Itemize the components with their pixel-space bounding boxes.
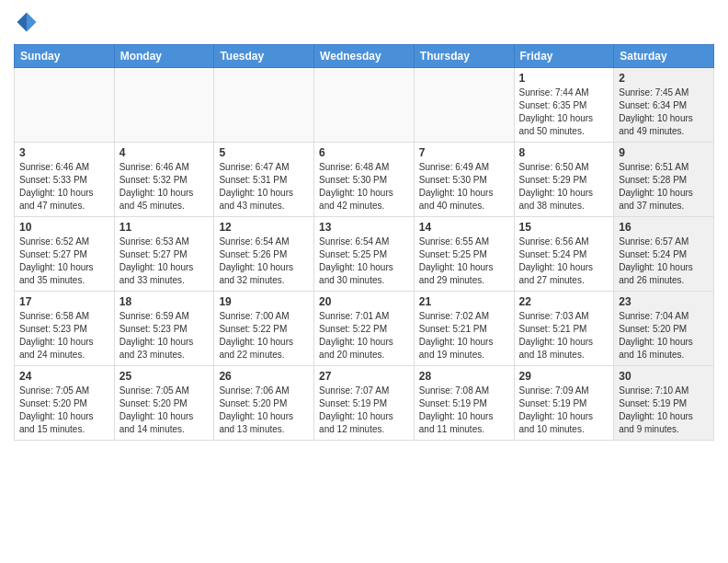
day-info: Sunrise: 7:06 AM Sunset: 5:20 PM Dayligh… bbox=[219, 385, 309, 436]
calendar-cell: 5Sunrise: 6:47 AM Sunset: 5:31 PM Daylig… bbox=[214, 143, 314, 217]
calendar-cell: 16Sunrise: 6:57 AM Sunset: 5:24 PM Dayli… bbox=[614, 217, 714, 292]
calendar-cell: 19Sunrise: 7:00 AM Sunset: 5:22 PM Dayli… bbox=[214, 292, 314, 366]
calendar-header-row: SundayMondayTuesdayWednesdayThursdayFrid… bbox=[15, 45, 714, 68]
day-number: 11 bbox=[119, 221, 210, 234]
day-info: Sunrise: 6:57 AM Sunset: 5:24 PM Dayligh… bbox=[619, 236, 709, 287]
calendar-cell: 25Sunrise: 7:05 AM Sunset: 5:20 PM Dayli… bbox=[114, 366, 214, 441]
header bbox=[14, 9, 714, 35]
calendar-cell: 17Sunrise: 6:58 AM Sunset: 5:23 PM Dayli… bbox=[15, 292, 115, 366]
day-info: Sunrise: 6:56 AM Sunset: 5:24 PM Dayligh… bbox=[519, 236, 609, 287]
day-number: 14 bbox=[419, 221, 509, 234]
day-number: 24 bbox=[19, 370, 109, 383]
calendar-cell: 11Sunrise: 6:53 AM Sunset: 5:27 PM Dayli… bbox=[114, 217, 214, 292]
day-info: Sunrise: 6:54 AM Sunset: 5:25 PM Dayligh… bbox=[319, 236, 409, 287]
day-info: Sunrise: 6:58 AM Sunset: 5:23 PM Dayligh… bbox=[19, 310, 109, 362]
day-info: Sunrise: 7:04 AM Sunset: 5:20 PM Dayligh… bbox=[619, 310, 709, 362]
day-info: Sunrise: 6:48 AM Sunset: 5:30 PM Dayligh… bbox=[319, 161, 409, 213]
day-info: Sunrise: 6:59 AM Sunset: 5:23 PM Dayligh… bbox=[119, 310, 210, 362]
day-info: Sunrise: 7:05 AM Sunset: 5:20 PM Dayligh… bbox=[119, 385, 210, 436]
weekday-header-thursday: Thursday bbox=[414, 45, 514, 68]
calendar-cell: 22Sunrise: 7:03 AM Sunset: 5:21 PM Dayli… bbox=[514, 292, 614, 366]
weekday-header-wednesday: Wednesday bbox=[314, 45, 415, 68]
day-number: 5 bbox=[219, 146, 309, 159]
day-number: 15 bbox=[519, 221, 609, 234]
day-info: Sunrise: 7:03 AM Sunset: 5:21 PM Dayligh… bbox=[519, 310, 609, 362]
calendar-cell: 18Sunrise: 6:59 AM Sunset: 5:23 PM Dayli… bbox=[114, 292, 214, 366]
calendar-cell: 23Sunrise: 7:04 AM Sunset: 5:20 PM Dayli… bbox=[614, 292, 714, 366]
calendar-cell: 8Sunrise: 6:50 AM Sunset: 5:29 PM Daylig… bbox=[514, 143, 614, 217]
weekday-header-sunday: Sunday bbox=[15, 45, 115, 68]
calendar-week-4: 17Sunrise: 6:58 AM Sunset: 5:23 PM Dayli… bbox=[15, 292, 714, 366]
day-number: 16 bbox=[619, 221, 709, 234]
day-info: Sunrise: 7:08 AM Sunset: 5:19 PM Dayligh… bbox=[419, 385, 509, 436]
day-number: 21 bbox=[419, 295, 509, 308]
calendar-week-1: 1Sunrise: 7:44 AM Sunset: 6:35 PM Daylig… bbox=[15, 68, 714, 143]
calendar-cell: 26Sunrise: 7:06 AM Sunset: 5:20 PM Dayli… bbox=[214, 366, 314, 441]
calendar-cell: 3Sunrise: 6:46 AM Sunset: 5:33 PM Daylig… bbox=[15, 143, 115, 217]
calendar-week-3: 10Sunrise: 6:52 AM Sunset: 5:27 PM Dayli… bbox=[15, 217, 714, 292]
calendar-cell bbox=[414, 68, 514, 143]
calendar-cell bbox=[314, 68, 415, 143]
calendar-cell: 27Sunrise: 7:07 AM Sunset: 5:19 PM Dayli… bbox=[314, 366, 415, 441]
day-info: Sunrise: 6:55 AM Sunset: 5:25 PM Dayligh… bbox=[419, 236, 509, 287]
day-info: Sunrise: 7:45 AM Sunset: 6:34 PM Dayligh… bbox=[619, 86, 709, 138]
day-number: 2 bbox=[619, 72, 709, 85]
day-number: 13 bbox=[319, 221, 409, 234]
day-info: Sunrise: 6:54 AM Sunset: 5:26 PM Dayligh… bbox=[219, 236, 309, 287]
day-info: Sunrise: 6:46 AM Sunset: 5:33 PM Dayligh… bbox=[19, 161, 109, 213]
page-container: SundayMondayTuesdayWednesdayThursdayFrid… bbox=[0, 0, 728, 450]
day-info: Sunrise: 6:51 AM Sunset: 5:28 PM Dayligh… bbox=[619, 161, 709, 213]
day-number: 4 bbox=[119, 146, 210, 159]
day-number: 6 bbox=[319, 146, 409, 159]
day-number: 23 bbox=[619, 295, 709, 308]
calendar-cell: 30Sunrise: 7:10 AM Sunset: 5:19 PM Dayli… bbox=[614, 366, 714, 441]
calendar-cell: 21Sunrise: 7:02 AM Sunset: 5:21 PM Dayli… bbox=[414, 292, 514, 366]
weekday-header-saturday: Saturday bbox=[614, 45, 714, 68]
weekday-header-monday: Monday bbox=[114, 45, 214, 68]
day-info: Sunrise: 7:07 AM Sunset: 5:19 PM Dayligh… bbox=[319, 385, 409, 436]
day-info: Sunrise: 6:53 AM Sunset: 5:27 PM Dayligh… bbox=[119, 236, 210, 287]
day-info: Sunrise: 6:49 AM Sunset: 5:30 PM Dayligh… bbox=[419, 161, 509, 213]
calendar-cell: 7Sunrise: 6:49 AM Sunset: 5:30 PM Daylig… bbox=[414, 143, 514, 217]
day-info: Sunrise: 6:50 AM Sunset: 5:29 PM Dayligh… bbox=[519, 161, 609, 213]
calendar-cell: 29Sunrise: 7:09 AM Sunset: 5:19 PM Dayli… bbox=[514, 366, 614, 441]
day-number: 20 bbox=[319, 295, 409, 308]
day-info: Sunrise: 7:09 AM Sunset: 5:19 PM Dayligh… bbox=[519, 385, 609, 436]
day-number: 17 bbox=[19, 295, 109, 308]
day-number: 22 bbox=[519, 295, 609, 308]
day-info: Sunrise: 7:10 AM Sunset: 5:19 PM Dayligh… bbox=[619, 385, 709, 436]
day-number: 18 bbox=[119, 295, 210, 308]
calendar-cell: 4Sunrise: 6:46 AM Sunset: 5:32 PM Daylig… bbox=[114, 143, 214, 217]
svg-marker-1 bbox=[27, 13, 37, 32]
calendar-cell: 28Sunrise: 7:08 AM Sunset: 5:19 PM Dayli… bbox=[414, 366, 514, 441]
day-number: 8 bbox=[519, 146, 609, 159]
calendar-cell: 2Sunrise: 7:45 AM Sunset: 6:34 PM Daylig… bbox=[614, 68, 714, 143]
day-info: Sunrise: 6:47 AM Sunset: 5:31 PM Dayligh… bbox=[219, 161, 309, 213]
day-info: Sunrise: 7:44 AM Sunset: 6:35 PM Dayligh… bbox=[519, 86, 609, 138]
calendar-week-5: 24Sunrise: 7:05 AM Sunset: 5:20 PM Dayli… bbox=[15, 366, 714, 441]
calendar-table: SundayMondayTuesdayWednesdayThursdayFrid… bbox=[14, 44, 714, 441]
day-number: 26 bbox=[219, 370, 309, 383]
day-number: 29 bbox=[519, 370, 609, 383]
calendar-cell: 14Sunrise: 6:55 AM Sunset: 5:25 PM Dayli… bbox=[414, 217, 514, 292]
logo-icon bbox=[14, 9, 40, 35]
day-number: 3 bbox=[19, 146, 109, 159]
calendar-week-2: 3Sunrise: 6:46 AM Sunset: 5:33 PM Daylig… bbox=[15, 143, 714, 217]
weekday-header-friday: Friday bbox=[514, 45, 614, 68]
day-number: 9 bbox=[619, 146, 709, 159]
day-info: Sunrise: 7:02 AM Sunset: 5:21 PM Dayligh… bbox=[419, 310, 509, 362]
calendar-cell: 10Sunrise: 6:52 AM Sunset: 5:27 PM Dayli… bbox=[15, 217, 115, 292]
calendar-cell: 6Sunrise: 6:48 AM Sunset: 5:30 PM Daylig… bbox=[314, 143, 415, 217]
calendar-cell: 13Sunrise: 6:54 AM Sunset: 5:25 PM Dayli… bbox=[314, 217, 415, 292]
calendar-cell bbox=[114, 68, 214, 143]
calendar-cell: 12Sunrise: 6:54 AM Sunset: 5:26 PM Dayli… bbox=[214, 217, 314, 292]
day-number: 7 bbox=[419, 146, 509, 159]
day-number: 30 bbox=[619, 370, 709, 383]
calendar-cell: 20Sunrise: 7:01 AM Sunset: 5:22 PM Dayli… bbox=[314, 292, 415, 366]
calendar-cell bbox=[15, 68, 115, 143]
day-info: Sunrise: 7:05 AM Sunset: 5:20 PM Dayligh… bbox=[19, 385, 109, 436]
weekday-header-tuesday: Tuesday bbox=[214, 45, 314, 68]
day-info: Sunrise: 7:00 AM Sunset: 5:22 PM Dayligh… bbox=[219, 310, 309, 362]
calendar-cell bbox=[214, 68, 314, 143]
calendar-cell: 1Sunrise: 7:44 AM Sunset: 6:35 PM Daylig… bbox=[514, 68, 614, 143]
